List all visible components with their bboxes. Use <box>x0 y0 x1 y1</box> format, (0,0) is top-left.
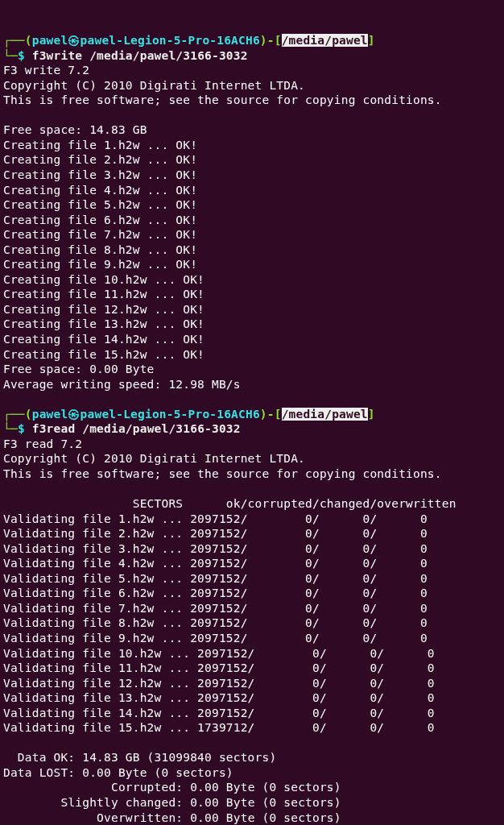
validate-file-line: Validating file 5.h2w ... 2097152/ 0/ 0/… <box>3 572 428 585</box>
validate-file-line: Validating file 12.h2w ... 2097152/ 0/ 0… <box>3 677 435 690</box>
create-file-line: Creating file 7.h2w ... OK! <box>3 228 197 241</box>
create-file-line: Creating file 12.h2w ... OK! <box>3 303 204 316</box>
f3write-header-1: F3 write 7.2 <box>3 64 89 77</box>
validate-file-line: Validating file 15.h2w ... 1739712/ 0/ 0… <box>3 721 435 734</box>
create-file-line: Creating file 8.h2w ... OK! <box>3 243 197 256</box>
create-file-line: Creating file 3.h2w ... OK! <box>3 168 197 181</box>
summary-overwritten: Overwritten: 0.00 Byte (0 sectors) <box>3 811 341 824</box>
validate-file-line: Validating file 7.h2w ... 2097152/ 0/ 0/… <box>3 602 428 615</box>
create-file-line: Creating file 5.h2w ... OK! <box>3 198 197 211</box>
create-file-line: Creating file 1.h2w ... OK! <box>3 139 197 151</box>
prompt-line-1: ┌──(pawel㉿pawel-Legion-5-Pro-16ACH6)-[/m… <box>3 34 375 47</box>
validate-file-line: Validating file 6.h2w ... 2097152/ 0/ 0/… <box>3 587 428 599</box>
prompt-dollar: $ <box>18 422 32 435</box>
summary-corrupted: Corrupted: 0.00 Byte (0 sectors) <box>3 781 341 794</box>
prompt-cwd: /media/pawel <box>282 34 368 47</box>
create-file-line: Creating file 14.h2w ... OK! <box>3 333 204 346</box>
prompt-corner2: └─ <box>3 49 18 62</box>
sectors-header: SECTORS ok/corrupted/changed/overwritten <box>3 497 456 510</box>
prompt-line-1: ┌──(pawel㉿pawel-Legion-5-Pro-16ACH6)-[/m… <box>3 408 375 421</box>
skull-icon: ㉿ <box>68 34 80 47</box>
validate-file-line: Validating file 9.h2w ... 2097152/ 0/ 0/… <box>3 632 428 645</box>
f3write-header-2: Copyright (C) 2010 Digirati Internet LTD… <box>3 79 305 92</box>
summary-data-ok: Data OK: 14.83 GB (31099840 sectors) <box>3 751 276 764</box>
validate-file-line: Validating file 1.h2w ... 2097152/ 0/ 0/… <box>3 512 428 525</box>
prompt-corner2: └─ <box>3 422 18 435</box>
create-file-line: Creating file 11.h2w ... OK! <box>3 288 204 301</box>
prompt-end: ] <box>368 408 375 421</box>
create-file-line: Creating file 6.h2w ... OK! <box>3 214 197 226</box>
terminal-output: ┌──(pawel㉿pawel-Legion-5-Pro-16ACH6)-[/m… <box>3 33 501 825</box>
prompt-host: pawel-Legion-5-Pro-16ACH6 <box>81 34 260 47</box>
validate-file-line: Validating file 4.h2w ... 2097152/ 0/ 0/… <box>3 557 428 570</box>
skull-icon: ㉿ <box>68 408 80 421</box>
prompt-corner: ┌──( <box>3 33 32 48</box>
f3read-header-2: Copyright (C) 2010 Digirati Internet LTD… <box>3 452 305 465</box>
command-f3read: f3read /media/pawel/3166-3032 <box>32 422 241 435</box>
command-f3write: f3write /media/pawel/3166-3032 <box>32 49 248 62</box>
validate-file-line: Validating file 11.h2w ... 2097152/ 0/ 0… <box>3 661 435 674</box>
prompt-user: pawel <box>32 408 68 421</box>
f3read-header-3: This is free software; see the source fo… <box>3 467 442 480</box>
f3write-header-3: This is free software; see the source fo… <box>3 93 442 106</box>
validate-file-line: Validating file 13.h2w ... 2097152/ 0/ 0… <box>3 691 435 704</box>
validate-file-line: Validating file 14.h2w ... 2097152/ 0/ 0… <box>3 707 435 719</box>
f3read-header-1: F3 read 7.2 <box>3 437 82 450</box>
validate-file-line: Validating file 10.h2w ... 2097152/ 0/ 0… <box>3 647 435 660</box>
prompt-line-2[interactable]: └─$ f3write /media/pawel/3166-3032 <box>3 49 248 62</box>
summary-slightly-changed: Slightly changed: 0.00 Byte (0 sectors) <box>3 796 341 809</box>
create-file-line: Creating file 2.h2w ... OK! <box>3 153 197 166</box>
create-file-line: Creating file 10.h2w ... OK! <box>3 273 204 286</box>
prompt-mid: )-[ <box>260 408 282 421</box>
free-space-before: Free space: 14.83 GB <box>3 123 147 136</box>
create-file-line: Creating file 15.h2w ... OK! <box>3 348 204 361</box>
prompt-host: pawel-Legion-5-Pro-16ACH6 <box>81 408 260 421</box>
create-file-line: Creating file 4.h2w ... OK! <box>3 184 197 197</box>
validate-file-line: Validating file 8.h2w ... 2097152/ 0/ 0/… <box>3 616 428 629</box>
summary-data-lost: Data LOST: 0.00 Byte (0 sectors) <box>3 766 233 779</box>
prompt-user: pawel <box>32 34 68 47</box>
prompt-line-2[interactable]: └─$ f3read /media/pawel/3166-3032 <box>3 422 241 435</box>
free-space-after: Free space: 0.00 Byte <box>3 363 155 375</box>
prompt-corner: ┌──( <box>3 407 32 422</box>
avg-write-speed: Average writing speed: 12.98 MB/s <box>3 378 241 391</box>
prompt-cwd: /media/pawel <box>282 408 368 421</box>
prompt-dollar: $ <box>18 49 32 62</box>
prompt-mid: )-[ <box>260 34 282 47</box>
validate-file-line: Validating file 2.h2w ... 2097152/ 0/ 0/… <box>3 527 428 540</box>
validate-file-line: Validating file 3.h2w ... 2097152/ 0/ 0/… <box>3 542 428 555</box>
prompt-end: ] <box>368 34 375 47</box>
create-file-line: Creating file 9.h2w ... OK! <box>3 258 197 271</box>
create-file-line: Creating file 13.h2w ... OK! <box>3 317 204 330</box>
